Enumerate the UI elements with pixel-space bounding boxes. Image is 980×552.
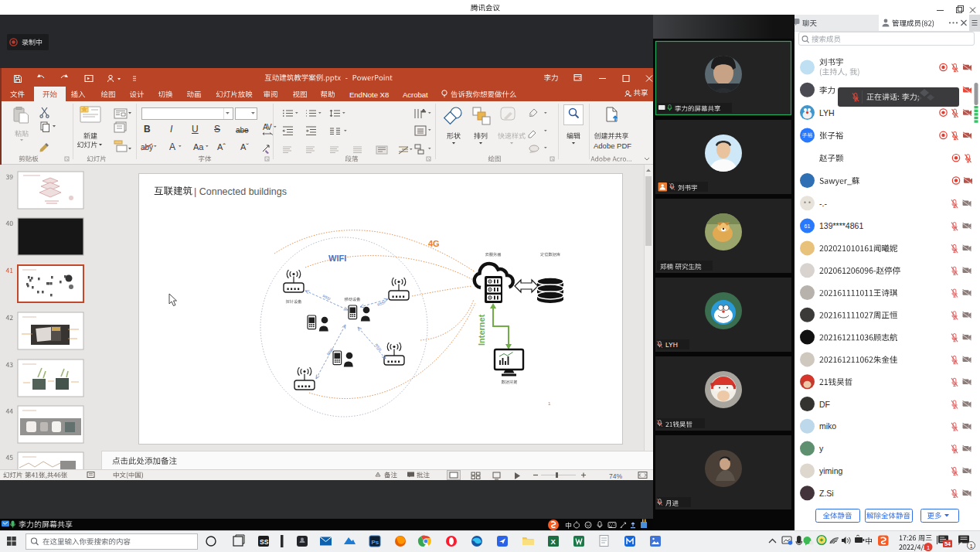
svg-text:RSSI: RSSI (374, 343, 382, 352)
svg-text:1: 1 (548, 401, 551, 406)
svg-text:RSSI: RSSI (377, 300, 386, 307)
svg-text:X: X (551, 537, 556, 546)
svg-text:LYH: LYH (665, 341, 678, 349)
svg-text:Internet: Internet (477, 314, 486, 346)
svg-text:61: 61 (805, 223, 811, 229)
svg-text:54: 54 (944, 541, 951, 547)
svg-text:RSSI: RSSI (322, 294, 332, 301)
svg-text:1: 1 (927, 544, 930, 551)
svg-text:SS: SS (260, 538, 269, 546)
svg-text:1: 1 (970, 543, 973, 549)
svg-text:Ps: Ps (372, 539, 379, 546)
